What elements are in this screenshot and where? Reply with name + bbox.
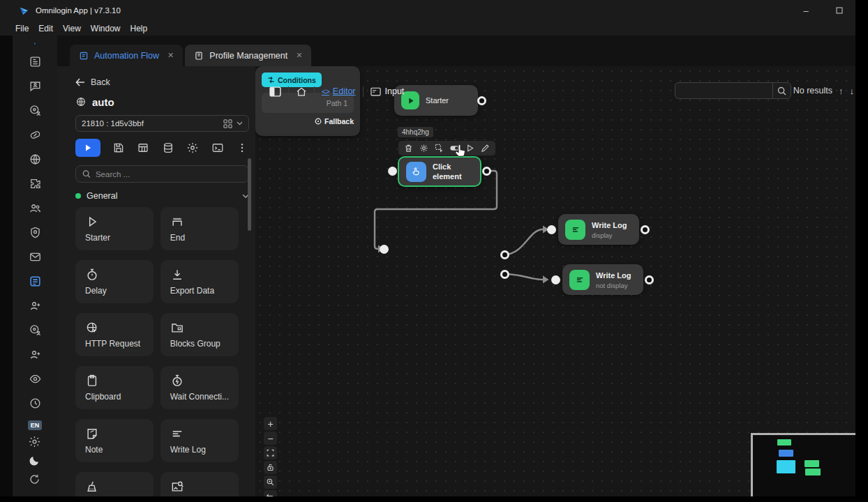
section-general[interactable]: General [75, 190, 249, 201]
gear-icon[interactable] [419, 144, 428, 153]
conditions-input-port[interactable] [380, 245, 389, 254]
path1-output-port[interactable] [500, 250, 509, 259]
fallback-icon [315, 118, 322, 125]
block-search-input[interactable] [96, 170, 242, 178]
extension-icon[interactable] [28, 176, 42, 190]
maximize-button[interactable] [832, 6, 847, 16]
edit-icon[interactable] [481, 144, 490, 153]
profile-disc-icon[interactable] [28, 103, 42, 117]
save-icon[interactable] [112, 141, 126, 155]
panel-toggle-icon[interactable] [269, 86, 281, 97]
main-window: Omnilogin App | v7.3.10 – File Edit View… [0, 0, 855, 496]
more-menu-icon[interactable] [235, 141, 249, 155]
back-button[interactable]: Back [75, 77, 255, 87]
team-icon[interactable] [28, 201, 42, 215]
tab-close-icon[interactable]: ✕ [167, 51, 174, 60]
person-add-icon[interactable] [28, 347, 42, 361]
member-add-icon[interactable] [28, 298, 42, 312]
tab-profile-management[interactable]: Profile Management ✕ [185, 45, 311, 66]
node-click-element[interactable]: Click element [398, 156, 481, 187]
home-icon[interactable] [296, 86, 307, 97]
tag-icon[interactable] [28, 128, 42, 142]
menu-file[interactable]: File [15, 24, 29, 33]
editor-view-link[interactable]: <>Editor [322, 86, 356, 96]
gear-icon[interactable] [186, 141, 200, 155]
zoom-in-button[interactable]: + [264, 417, 277, 430]
fit-view-icon[interactable] [264, 446, 277, 459]
block-card-blocks-group[interactable]: Blocks Group [160, 313, 239, 356]
delete-icon[interactable] [404, 144, 413, 153]
terminal-icon[interactable] [211, 141, 225, 155]
left-rail: EN [13, 36, 57, 496]
undo-icon[interactable] [264, 490, 277, 496]
zoom-out-button[interactable]: − [264, 432, 277, 445]
flow-canvas[interactable]: <>Editor Input [255, 66, 855, 496]
dark-mode-icon[interactable] [28, 453, 42, 467]
fallback-label: Fallback [324, 117, 354, 126]
settings-icon[interactable] [28, 434, 42, 448]
block-card-starter[interactable]: Starter [75, 207, 154, 250]
automation-icon[interactable] [28, 274, 42, 288]
globe-icon[interactable] [28, 152, 42, 166]
input-view-button[interactable]: Input [371, 86, 405, 96]
node-write-log-display[interactable]: Write Log display [558, 214, 639, 245]
language-badge[interactable]: EN [28, 420, 43, 430]
tab-strip: Automation Flow ✕ Profile Management ✕ [57, 36, 855, 66]
shield-person-icon[interactable] [28, 225, 42, 239]
menu-edit[interactable]: Edit [38, 24, 53, 33]
write-log-not-display-input-port[interactable] [551, 275, 560, 284]
tab-label: Automation Flow [94, 51, 159, 61]
block-card-clipboard[interactable]: Clipboard [75, 366, 154, 409]
block-card-http-request[interactable]: HTTP Request [75, 313, 154, 356]
canvas-search-input[interactable] [675, 83, 772, 98]
eye-icon[interactable] [28, 372, 42, 386]
block-card-end[interactable]: End [160, 207, 239, 250]
palette-scrollbar[interactable] [248, 158, 251, 231]
menu-help[interactable]: Help [130, 24, 148, 33]
block-search[interactable] [75, 165, 249, 183]
screen-right-strip [855, 0, 868, 502]
node-write-log-not-display[interactable]: Write Log not display [562, 264, 643, 295]
block-card-export-data[interactable]: Export Data [160, 260, 239, 303]
sync-icon[interactable] [28, 472, 42, 486]
zoom-select-icon[interactable] [264, 476, 277, 489]
block-card-note[interactable]: Note [75, 419, 154, 462]
history-icon[interactable] [28, 396, 42, 410]
tab-automation-flow[interactable]: Automation Flow ✕ [70, 45, 183, 66]
workflow-toolbar [75, 139, 249, 157]
minimize-button[interactable]: – [798, 6, 814, 16]
menu-view[interactable]: View [63, 24, 81, 33]
minimap[interactable] [751, 433, 855, 496]
mail-icon[interactable] [28, 250, 42, 264]
search-icon[interactable] [772, 83, 791, 98]
click-output-port[interactable] [482, 167, 491, 176]
block-card-wait-connection[interactable]: Wait Connecti... [160, 366, 239, 409]
prev-result-icon[interactable]: ↑ [839, 86, 844, 96]
table-icon[interactable] [136, 141, 150, 155]
fallback-row[interactable]: Fallback [262, 117, 354, 126]
profile-selector[interactable]: 21810 : 1d5v3bbf [75, 115, 249, 132]
click-input-port[interactable] [388, 167, 397, 176]
starter-output-port[interactable] [477, 96, 486, 105]
fallback-output-port[interactable] [500, 270, 509, 279]
run-node-icon[interactable] [465, 144, 474, 153]
database-icon[interactable] [161, 141, 175, 155]
block-card-write-log[interactable]: Write Log [160, 419, 239, 462]
select-element-icon[interactable] [435, 144, 444, 153]
block-card-delay[interactable]: Delay [75, 260, 154, 303]
write-log-display-input-port[interactable] [547, 225, 556, 234]
lock-icon[interactable] [264, 461, 277, 474]
write-log-not-display-output-port[interactable] [645, 275, 654, 284]
input-form-icon [371, 87, 381, 96]
write-log-display-output-port[interactable] [641, 225, 650, 234]
profile-disc-2-icon[interactable] [28, 323, 42, 337]
news-icon[interactable] [28, 54, 42, 68]
chat-person-icon[interactable] [28, 79, 42, 93]
node-starter[interactable]: Starter [394, 85, 478, 116]
run-button[interactable] [75, 139, 100, 157]
node-conditions[interactable]: Conditions Path 1 Fallback [255, 66, 360, 136]
tab-close-icon[interactable]: ✕ [296, 51, 302, 60]
menu-window[interactable]: Window [91, 24, 121, 33]
canvas-search[interactable] [675, 82, 791, 99]
next-result-icon[interactable]: ↓ [850, 86, 855, 96]
